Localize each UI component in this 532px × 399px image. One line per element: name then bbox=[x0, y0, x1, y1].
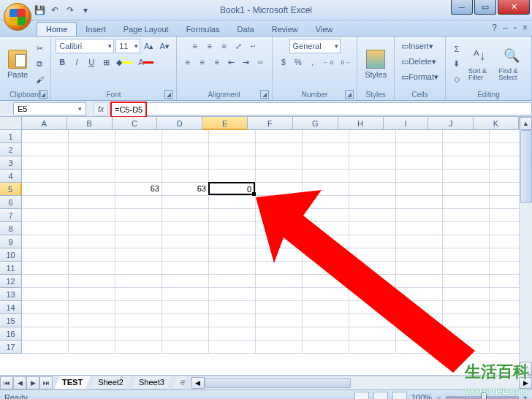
wrap-text-button[interactable]: ↩ bbox=[247, 39, 260, 53]
align-right-button[interactable]: ≡ bbox=[210, 55, 224, 69]
cell-H7[interactable] bbox=[349, 209, 396, 222]
cell-E6[interactable] bbox=[209, 196, 256, 209]
col-header-K[interactable]: K bbox=[474, 117, 519, 130]
row-header-14[interactable]: 14 bbox=[0, 301, 22, 314]
cut-button[interactable]: ✂ bbox=[33, 42, 46, 56]
cell-I13[interactable] bbox=[396, 288, 443, 301]
cell-C13[interactable] bbox=[115, 288, 162, 301]
bold-button[interactable]: B bbox=[56, 55, 69, 69]
cell-J16[interactable] bbox=[443, 327, 490, 341]
tab-page-layout[interactable]: Page Layout bbox=[115, 23, 178, 36]
cell-I9[interactable] bbox=[396, 235, 443, 248]
office-button[interactable] bbox=[4, 3, 31, 31]
cell-H17[interactable] bbox=[349, 341, 396, 354]
col-header-B[interactable]: B bbox=[67, 117, 113, 130]
zoom-slider[interactable] bbox=[446, 396, 519, 399]
cell-A12[interactable] bbox=[22, 275, 69, 288]
row-header-12[interactable]: 12 bbox=[0, 275, 22, 288]
cell-F13[interactable] bbox=[256, 288, 303, 301]
alignment-launcher-icon[interactable]: ◢ bbox=[260, 90, 269, 99]
cell-C11[interactable] bbox=[115, 262, 162, 275]
cell-C15[interactable] bbox=[115, 314, 162, 327]
normal-view-button[interactable] bbox=[354, 392, 369, 400]
cell-E12[interactable] bbox=[209, 275, 256, 288]
cell-D3[interactable] bbox=[162, 156, 209, 170]
cell-H10[interactable] bbox=[349, 248, 396, 262]
cell-F5[interactable] bbox=[256, 183, 303, 196]
cell-I3[interactable] bbox=[396, 156, 443, 170]
align-left-button[interactable]: ≡ bbox=[181, 55, 194, 69]
border-button[interactable]: ⊞ bbox=[99, 55, 113, 69]
cell-D1[interactable] bbox=[162, 130, 209, 143]
cell-I15[interactable] bbox=[396, 314, 443, 327]
increase-decimal-button[interactable]: ←.0 bbox=[321, 55, 336, 69]
cell-E16[interactable] bbox=[209, 327, 256, 341]
cell-B9[interactable] bbox=[69, 235, 115, 248]
save-icon[interactable]: 💾 bbox=[33, 4, 46, 17]
decrease-indent-button[interactable]: ⇤ bbox=[225, 55, 238, 69]
cell-J4[interactable] bbox=[443, 170, 490, 183]
align-center-button[interactable]: ≡ bbox=[196, 55, 209, 69]
redo-icon[interactable]: ↷ bbox=[64, 4, 77, 17]
cell-A4[interactable] bbox=[22, 170, 69, 183]
cell-H2[interactable] bbox=[349, 143, 396, 156]
align-middle-button[interactable]: ≡ bbox=[203, 39, 216, 53]
percent-button[interactable]: % bbox=[292, 55, 305, 69]
cell-F8[interactable] bbox=[256, 222, 303, 235]
cell-A2[interactable] bbox=[22, 143, 69, 156]
fill-button[interactable]: ⬇ bbox=[450, 57, 463, 72]
cell-B8[interactable] bbox=[69, 222, 115, 235]
cell-B12[interactable] bbox=[69, 275, 115, 288]
cell-E15[interactable] bbox=[209, 314, 256, 327]
row-header-5[interactable]: 5 bbox=[0, 183, 22, 196]
merge-center-button[interactable]: ⇔ bbox=[254, 55, 267, 69]
row-header-15[interactable]: 15 bbox=[0, 314, 22, 327]
cell-A5[interactable] bbox=[22, 183, 69, 196]
cell-I1[interactable] bbox=[396, 130, 443, 143]
cell-G13[interactable] bbox=[303, 288, 349, 301]
cell-B5[interactable] bbox=[69, 183, 115, 196]
cell-I11[interactable] bbox=[396, 262, 443, 275]
cell-B15[interactable] bbox=[69, 314, 115, 327]
cell-D14[interactable] bbox=[162, 301, 209, 314]
cell-F15[interactable] bbox=[256, 314, 303, 327]
cell-A1[interactable] bbox=[22, 130, 69, 143]
cell-F7[interactable] bbox=[256, 209, 303, 222]
cell-C8[interactable] bbox=[115, 222, 162, 235]
col-header-F[interactable]: F bbox=[248, 117, 293, 130]
cell-B10[interactable] bbox=[69, 248, 115, 262]
formula-input[interactable]: =C5-D5 bbox=[110, 102, 532, 115]
cell-H9[interactable] bbox=[349, 235, 396, 248]
cell-F17[interactable] bbox=[256, 341, 303, 354]
cell-C2[interactable] bbox=[115, 143, 162, 156]
cell-J5[interactable] bbox=[443, 183, 490, 196]
delete-cells-button[interactable]: ▭ Delete ▾ bbox=[399, 54, 438, 69]
cell-B17[interactable] bbox=[69, 341, 115, 354]
cell-J1[interactable] bbox=[443, 130, 490, 143]
cell-C6[interactable] bbox=[115, 196, 162, 209]
col-header-G[interactable]: G bbox=[293, 117, 338, 130]
cell-D2[interactable] bbox=[162, 143, 209, 156]
cell-D8[interactable] bbox=[162, 222, 209, 235]
shrink-font-button[interactable]: A▾ bbox=[157, 39, 171, 53]
page-break-view-button[interactable] bbox=[392, 392, 407, 400]
font-launcher-icon[interactable]: ◢ bbox=[164, 90, 173, 99]
cell-B3[interactable] bbox=[69, 156, 115, 170]
minimize-button[interactable]: ─ bbox=[451, 0, 473, 15]
cell-E2[interactable] bbox=[209, 143, 256, 156]
cell-A15[interactable] bbox=[22, 314, 69, 327]
cell-G9[interactable] bbox=[303, 235, 349, 248]
cell-C14[interactable] bbox=[115, 301, 162, 314]
cell-J9[interactable] bbox=[443, 235, 490, 248]
row-header-9[interactable]: 9 bbox=[0, 235, 22, 248]
cell-H4[interactable] bbox=[349, 170, 396, 183]
sheet-nav-next[interactable]: ▶ bbox=[26, 376, 39, 390]
cell-C17[interactable] bbox=[115, 341, 162, 354]
cell-D7[interactable] bbox=[162, 209, 209, 222]
row-header-8[interactable]: 8 bbox=[0, 222, 22, 235]
grow-font-button[interactable]: A▴ bbox=[142, 39, 156, 53]
cell-G1[interactable] bbox=[303, 130, 349, 143]
cell-I10[interactable] bbox=[396, 248, 443, 262]
cell-D17[interactable] bbox=[162, 341, 209, 354]
cell-A14[interactable] bbox=[22, 301, 69, 314]
